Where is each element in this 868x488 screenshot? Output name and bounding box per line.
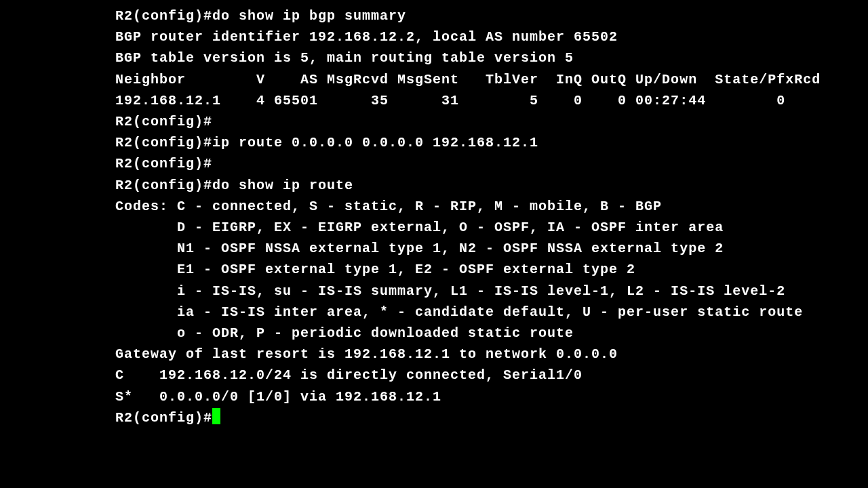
terminal-line: C 192.168.12.0/24 is directly connected,… (115, 365, 868, 386)
terminal-line: 192.168.12.1 4 65501 35 31 5 0 0 00:27:4… (115, 90, 868, 111)
terminal-line: R2(config)# (115, 153, 868, 174)
terminal-line: R2(config)# (115, 111, 868, 132)
terminal-line: R2(config)#do show ip route (115, 175, 868, 196)
terminal-line: E1 - OSPF external type 1, E2 - OSPF ext… (115, 259, 868, 280)
terminal-line: o - ODR, P - periodic downloaded static … (115, 323, 868, 344)
terminal-prompt-line[interactable]: R2(config)# (115, 407, 868, 428)
terminal-line: Gateway of last resort is 192.168.12.1 t… (115, 344, 868, 365)
terminal-line: Codes: C - connected, S - static, R - RI… (115, 196, 868, 217)
cursor-icon (212, 408, 220, 424)
terminal-line: R2(config)#do show ip bgp summary (115, 5, 868, 26)
terminal-output[interactable]: R2(config)#do show ip bgp summary BGP ro… (115, 5, 868, 428)
terminal-line: i - IS-IS, su - IS-IS summary, L1 - IS-I… (115, 281, 868, 302)
terminal-line: N1 - OSPF NSSA external type 1, N2 - OSP… (115, 238, 868, 259)
terminal-line: D - EIGRP, EX - EIGRP external, O - OSPF… (115, 217, 868, 238)
terminal-line: ia - IS-IS inter area, * - candidate def… (115, 302, 868, 323)
terminal-line: BGP router identifier 192.168.12.2, loca… (115, 26, 868, 47)
terminal-line: Neighbor V AS MsgRcvd MsgSent TblVer InQ… (115, 69, 868, 90)
terminal-line: BGP table version is 5, main routing tab… (115, 47, 868, 68)
terminal-line: R2(config)#ip route 0.0.0.0 0.0.0.0 192.… (115, 132, 868, 153)
terminal-prompt: R2(config)# (115, 410, 212, 426)
terminal-line: S* 0.0.0.0/0 [1/0] via 192.168.12.1 (115, 386, 868, 407)
